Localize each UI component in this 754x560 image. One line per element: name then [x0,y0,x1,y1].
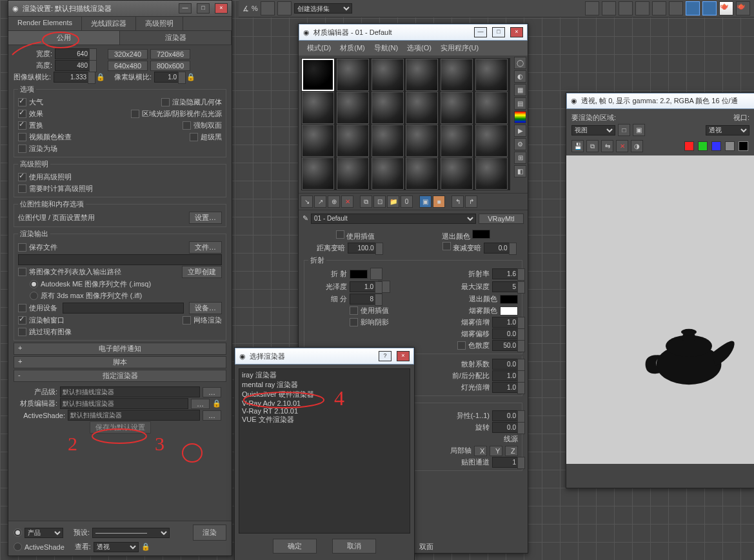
refract-map-button[interactable] [370,268,382,280]
save-file-checkbox[interactable] [18,243,26,252]
preset-800[interactable]: 800x600 [150,61,190,71]
use-interp-checkbox[interactable] [336,230,344,239]
backlight-icon[interactable]: ◐ [514,70,526,83]
show-in-viewport-icon[interactable]: ▣ [419,195,432,208]
email-rollup[interactable]: +电子邮件通知 [14,343,226,355]
minimize-button[interactable]: — [179,3,192,14]
material-slot[interactable] [372,125,404,157]
refract-swatch[interactable] [350,270,368,279]
tab-common[interactable]: 公用 [8,31,120,45]
atmosphere-checkbox[interactable] [18,98,26,106]
snap2-icon[interactable] [277,1,292,15]
lock-icon[interactable]: 🔒 [96,73,105,81]
get-material-icon[interactable]: ↘ [301,195,313,208]
channel-mono-button[interactable] [739,141,748,151]
material-slot[interactable] [337,92,369,124]
choose-renderer-titlebar[interactable]: ◉ 选择渲染器 ? × [235,348,414,365]
material-slot[interactable] [441,92,473,124]
copy-image-icon[interactable]: ⧉ [586,140,599,152]
create-now-button[interactable]: 立即创建 [182,266,222,278]
put-to-scene-icon[interactable]: ↗ [314,195,326,208]
save-defaults-button[interactable]: 保存为默认设置 [90,421,151,434]
ifl-radio[interactable] [30,292,38,300]
decay-dark-checkbox[interactable] [442,242,451,250]
menu-navigate[interactable]: 导航(N) [370,42,402,54]
snap-icon[interactable] [261,1,275,15]
material-slot[interactable] [406,157,438,190]
mat-editor-browse-button[interactable]: … [191,399,210,409]
delete-icon[interactable]: ✕ [616,140,628,152]
menu-util[interactable]: 实用程序(U) [436,42,483,54]
material-slot-1[interactable] [302,59,334,91]
axis-y-button[interactable]: Y [490,446,502,456]
subdiv-spinner[interactable]: 8 [350,294,375,305]
menu-mode[interactable]: 模式(D) [303,42,335,54]
minimize-button[interactable]: — [474,27,487,37]
exit-color-swatch[interactable] [472,230,490,239]
anisotropy-spinner[interactable]: 0.0 [492,410,518,421]
pick-icon[interactable]: ✎ [303,214,308,223]
activeshade-radio[interactable] [14,543,22,551]
force-two-sided-checkbox[interactable] [183,121,191,130]
mat-id-icon[interactable]: 0 [401,195,413,208]
rotation-spinner[interactable]: 0.0 [492,422,518,433]
files-button[interactable]: 文件… [189,241,222,254]
clone-icon[interactable]: ⇆ [601,140,613,152]
channel-r-button[interactable] [684,141,694,151]
make-preview-icon[interactable]: ▶ [514,125,526,137]
renderer-item-vray-adv[interactable]: V-Ray Adv 2.10.01 [241,399,408,407]
uv-tile-icon[interactable]: ▤ [514,97,526,110]
aspect-spinner[interactable]: 1.333 [54,72,88,83]
maximize-button[interactable]: □ [197,3,210,14]
close-button[interactable]: × [215,3,228,14]
menu-material[interactable]: 材质(M) [335,42,370,54]
ok-button[interactable]: 确定 [273,539,317,554]
tab-advanced-lighting[interactable]: 高级照明 [136,17,183,30]
mat-map-nav-icon[interactable]: ◧ [514,165,526,177]
view-select[interactable]: 透视 [94,542,139,552]
preset-select[interactable]: ———————— [92,528,170,538]
displacement-checkbox[interactable] [18,121,26,130]
close-button[interactable]: × [510,27,523,37]
material-slot[interactable] [372,92,404,124]
material-editor-titlebar[interactable]: ◉ 材质编辑器 - 01 - Default — □ × [299,24,528,41]
render-hidden-checkbox[interactable] [161,98,170,106]
reset-icon[interactable]: ✕ [341,195,353,208]
render-window-checkbox[interactable] [18,316,26,325]
tab-renderer[interactable]: 渲染器 [120,31,232,45]
material-slot[interactable] [475,92,508,124]
make-unique-icon[interactable]: ⊡ [373,195,386,208]
lock4-icon[interactable]: 🔒 [141,543,150,551]
back-dark-spinner[interactable]: 100.0 [348,243,376,254]
material-editor-icon[interactable] [669,1,683,15]
material-slot[interactable] [372,59,404,91]
region-icon[interactable]: □ [618,124,630,136]
background-icon[interactable]: ▦ [514,84,526,96]
menu-options[interactable]: 选项(O) [402,42,436,54]
go-forward-icon[interactable]: ↱ [465,195,477,208]
light-mult-spinner[interactable]: 1.0 [492,382,518,393]
production-select[interactable]: 产品 [25,528,63,538]
print-icon[interactable]: ◑ [631,140,643,152]
render-setup-titlebar[interactable]: ◉ 渲染设置: 默认扫描线渲染器 — □ × [8,1,232,17]
teapot-quick-icon[interactable]: 🫖 [736,1,750,15]
width-spinner[interactable]: 640 [55,48,90,59]
fwd-back-spinner[interactable]: 1.0 [492,370,518,381]
skip-existing-checkbox[interactable] [18,328,26,336]
production-radio[interactable] [14,528,22,537]
use-device-checkbox[interactable] [18,304,26,312]
dispersion-checkbox[interactable] [457,341,466,350]
bitmap-setup-button[interactable]: 设置… [189,212,222,224]
lock2-icon[interactable]: 🔒 [186,73,195,81]
material-name-select[interactable]: 01 - Default [311,214,476,224]
fog-bias-spinner[interactable]: 0.0 [492,328,518,339]
material-slot[interactable] [475,59,508,91]
imsq-radio[interactable] [30,280,38,288]
channel-b-button[interactable] [711,141,721,151]
align-icon[interactable] [602,1,616,15]
area-lights-checkbox[interactable] [131,110,139,118]
material-type-button[interactable]: VRayMtl [479,214,524,224]
activeshade-browse-button[interactable]: … [203,410,221,421]
layers-icon[interactable] [619,1,633,15]
output-path-field[interactable] [18,254,222,265]
